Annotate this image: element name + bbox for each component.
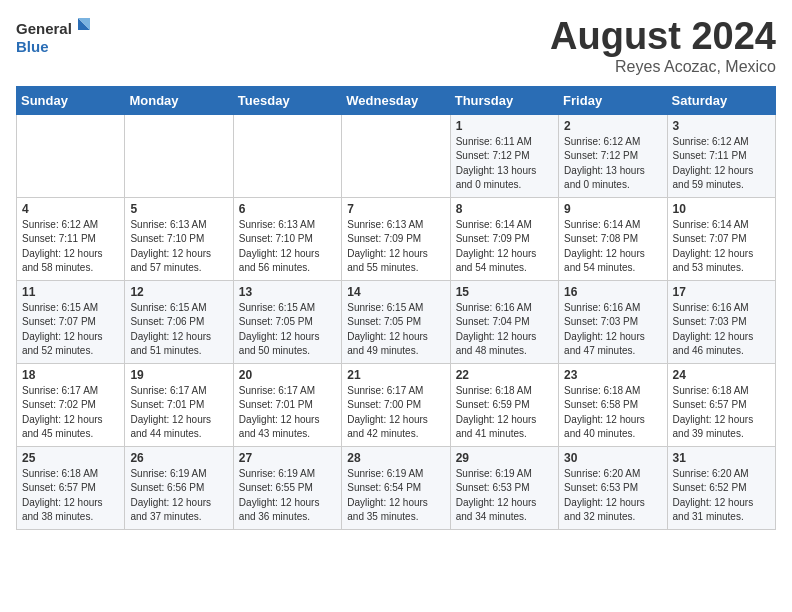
day-number: 22 <box>456 368 553 382</box>
day-number: 8 <box>456 202 553 216</box>
header-sunday: Sunday <box>17 86 125 114</box>
day-number: 31 <box>673 451 770 465</box>
day-info: Sunrise: 6:17 AM Sunset: 7:01 PM Dayligh… <box>130 384 227 442</box>
calendar-cell-2-5: 16Sunrise: 6:16 AM Sunset: 7:03 PM Dayli… <box>559 280 667 363</box>
day-number: 6 <box>239 202 336 216</box>
calendar-cell-0-0 <box>17 114 125 197</box>
day-number: 20 <box>239 368 336 382</box>
header-monday: Monday <box>125 86 233 114</box>
calendar-cell-2-4: 15Sunrise: 6:16 AM Sunset: 7:04 PM Dayli… <box>450 280 558 363</box>
week-row-5: 25Sunrise: 6:18 AM Sunset: 6:57 PM Dayli… <box>17 446 776 529</box>
calendar-cell-0-5: 2Sunrise: 6:12 AM Sunset: 7:12 PM Daylig… <box>559 114 667 197</box>
day-number: 5 <box>130 202 227 216</box>
page-header: General Blue August 2024 Reyes Acozac, M… <box>16 16 776 76</box>
header-wednesday: Wednesday <box>342 86 450 114</box>
day-info: Sunrise: 6:18 AM Sunset: 6:59 PM Dayligh… <box>456 384 553 442</box>
day-info: Sunrise: 6:12 AM Sunset: 7:11 PM Dayligh… <box>22 218 119 276</box>
day-info: Sunrise: 6:11 AM Sunset: 7:12 PM Dayligh… <box>456 135 553 193</box>
calendar-cell-0-1 <box>125 114 233 197</box>
calendar-cell-3-3: 21Sunrise: 6:17 AM Sunset: 7:00 PM Dayli… <box>342 363 450 446</box>
calendar-title: August 2024 <box>550 16 776 58</box>
calendar-cell-2-1: 12Sunrise: 6:15 AM Sunset: 7:06 PM Dayli… <box>125 280 233 363</box>
day-number: 26 <box>130 451 227 465</box>
calendar-cell-4-6: 31Sunrise: 6:20 AM Sunset: 6:52 PM Dayli… <box>667 446 775 529</box>
calendar-cell-4-0: 25Sunrise: 6:18 AM Sunset: 6:57 PM Dayli… <box>17 446 125 529</box>
day-number: 25 <box>22 451 119 465</box>
day-number: 2 <box>564 119 661 133</box>
day-info: Sunrise: 6:18 AM Sunset: 6:57 PM Dayligh… <box>22 467 119 525</box>
day-info: Sunrise: 6:17 AM Sunset: 7:00 PM Dayligh… <box>347 384 444 442</box>
calendar-cell-2-0: 11Sunrise: 6:15 AM Sunset: 7:07 PM Dayli… <box>17 280 125 363</box>
week-row-2: 4Sunrise: 6:12 AM Sunset: 7:11 PM Daylig… <box>17 197 776 280</box>
calendar-cell-3-1: 19Sunrise: 6:17 AM Sunset: 7:01 PM Dayli… <box>125 363 233 446</box>
day-number: 27 <box>239 451 336 465</box>
day-info: Sunrise: 6:12 AM Sunset: 7:12 PM Dayligh… <box>564 135 661 193</box>
day-number: 13 <box>239 285 336 299</box>
day-info: Sunrise: 6:18 AM Sunset: 6:57 PM Dayligh… <box>673 384 770 442</box>
calendar-cell-3-4: 22Sunrise: 6:18 AM Sunset: 6:59 PM Dayli… <box>450 363 558 446</box>
day-number: 17 <box>673 285 770 299</box>
day-number: 12 <box>130 285 227 299</box>
calendar-cell-0-4: 1Sunrise: 6:11 AM Sunset: 7:12 PM Daylig… <box>450 114 558 197</box>
calendar-table: Sunday Monday Tuesday Wednesday Thursday… <box>16 86 776 530</box>
day-info: Sunrise: 6:19 AM Sunset: 6:55 PM Dayligh… <box>239 467 336 525</box>
day-info: Sunrise: 6:20 AM Sunset: 6:53 PM Dayligh… <box>564 467 661 525</box>
day-info: Sunrise: 6:14 AM Sunset: 7:09 PM Dayligh… <box>456 218 553 276</box>
day-number: 30 <box>564 451 661 465</box>
day-info: Sunrise: 6:20 AM Sunset: 6:52 PM Dayligh… <box>673 467 770 525</box>
header-tuesday: Tuesday <box>233 86 341 114</box>
week-row-1: 1Sunrise: 6:11 AM Sunset: 7:12 PM Daylig… <box>17 114 776 197</box>
day-number: 1 <box>456 119 553 133</box>
svg-text:Blue: Blue <box>16 38 49 55</box>
calendar-cell-1-0: 4Sunrise: 6:12 AM Sunset: 7:11 PM Daylig… <box>17 197 125 280</box>
day-number: 19 <box>130 368 227 382</box>
day-info: Sunrise: 6:14 AM Sunset: 7:08 PM Dayligh… <box>564 218 661 276</box>
calendar-subtitle: Reyes Acozac, Mexico <box>550 58 776 76</box>
calendar-cell-3-5: 23Sunrise: 6:18 AM Sunset: 6:58 PM Dayli… <box>559 363 667 446</box>
calendar-cell-4-3: 28Sunrise: 6:19 AM Sunset: 6:54 PM Dayli… <box>342 446 450 529</box>
svg-text:General: General <box>16 20 72 37</box>
day-number: 9 <box>564 202 661 216</box>
calendar-cell-2-3: 14Sunrise: 6:15 AM Sunset: 7:05 PM Dayli… <box>342 280 450 363</box>
day-info: Sunrise: 6:17 AM Sunset: 7:02 PM Dayligh… <box>22 384 119 442</box>
calendar-cell-3-2: 20Sunrise: 6:17 AM Sunset: 7:01 PM Dayli… <box>233 363 341 446</box>
day-number: 10 <box>673 202 770 216</box>
calendar-cell-2-6: 17Sunrise: 6:16 AM Sunset: 7:03 PM Dayli… <box>667 280 775 363</box>
day-number: 21 <box>347 368 444 382</box>
calendar-cell-1-1: 5Sunrise: 6:13 AM Sunset: 7:10 PM Daylig… <box>125 197 233 280</box>
day-info: Sunrise: 6:12 AM Sunset: 7:11 PM Dayligh… <box>673 135 770 193</box>
day-number: 23 <box>564 368 661 382</box>
day-number: 3 <box>673 119 770 133</box>
calendar-cell-1-6: 10Sunrise: 6:14 AM Sunset: 7:07 PM Dayli… <box>667 197 775 280</box>
day-info: Sunrise: 6:19 AM Sunset: 6:53 PM Dayligh… <box>456 467 553 525</box>
day-number: 18 <box>22 368 119 382</box>
day-info: Sunrise: 6:15 AM Sunset: 7:05 PM Dayligh… <box>347 301 444 359</box>
day-number: 29 <box>456 451 553 465</box>
calendar-cell-0-6: 3Sunrise: 6:12 AM Sunset: 7:11 PM Daylig… <box>667 114 775 197</box>
title-area: August 2024 Reyes Acozac, Mexico <box>550 16 776 76</box>
calendar-cell-1-5: 9Sunrise: 6:14 AM Sunset: 7:08 PM Daylig… <box>559 197 667 280</box>
day-number: 28 <box>347 451 444 465</box>
day-number: 14 <box>347 285 444 299</box>
calendar-cell-4-4: 29Sunrise: 6:19 AM Sunset: 6:53 PM Dayli… <box>450 446 558 529</box>
day-info: Sunrise: 6:19 AM Sunset: 6:54 PM Dayligh… <box>347 467 444 525</box>
day-info: Sunrise: 6:14 AM Sunset: 7:07 PM Dayligh… <box>673 218 770 276</box>
header-saturday: Saturday <box>667 86 775 114</box>
day-number: 4 <box>22 202 119 216</box>
day-info: Sunrise: 6:17 AM Sunset: 7:01 PM Dayligh… <box>239 384 336 442</box>
header-thursday: Thursday <box>450 86 558 114</box>
header-row: Sunday Monday Tuesday Wednesday Thursday… <box>17 86 776 114</box>
day-info: Sunrise: 6:18 AM Sunset: 6:58 PM Dayligh… <box>564 384 661 442</box>
calendar-cell-1-2: 6Sunrise: 6:13 AM Sunset: 7:10 PM Daylig… <box>233 197 341 280</box>
logo: General Blue <box>16 16 96 61</box>
logo-svg: General Blue <box>16 16 96 61</box>
day-info: Sunrise: 6:13 AM Sunset: 7:10 PM Dayligh… <box>239 218 336 276</box>
calendar-cell-1-4: 8Sunrise: 6:14 AM Sunset: 7:09 PM Daylig… <box>450 197 558 280</box>
calendar-cell-1-3: 7Sunrise: 6:13 AM Sunset: 7:09 PM Daylig… <box>342 197 450 280</box>
calendar-cell-4-1: 26Sunrise: 6:19 AM Sunset: 6:56 PM Dayli… <box>125 446 233 529</box>
day-info: Sunrise: 6:15 AM Sunset: 7:05 PM Dayligh… <box>239 301 336 359</box>
day-number: 24 <box>673 368 770 382</box>
calendar-cell-2-2: 13Sunrise: 6:15 AM Sunset: 7:05 PM Dayli… <box>233 280 341 363</box>
header-friday: Friday <box>559 86 667 114</box>
calendar-cell-0-3 <box>342 114 450 197</box>
